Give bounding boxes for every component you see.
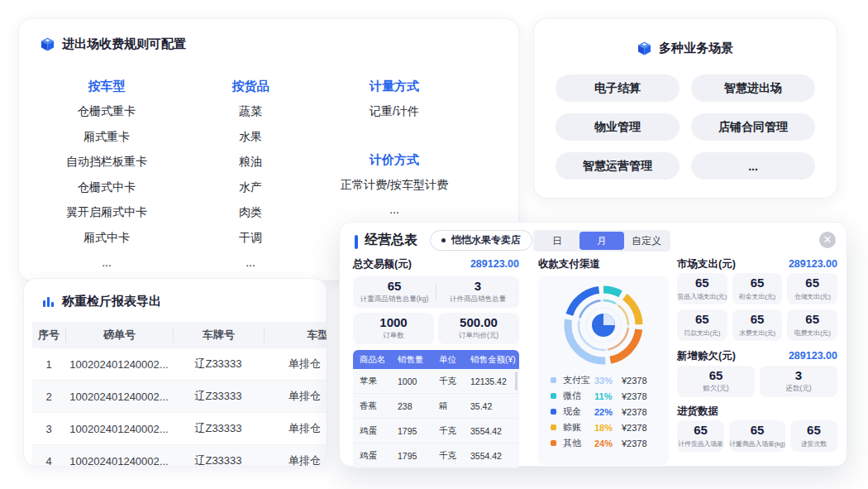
stat-label: 仓储支出(元) [794,292,831,301]
table-cell: 苹果 [353,376,391,387]
stat-card: 3计件商品销售总量 [436,280,519,305]
scenarios-title-row: 多种业务场景 [534,41,837,56]
table-cell: 1000 [391,376,432,386]
stat-label: 电费支出(元) [794,328,831,338]
legend-marker [551,377,556,383]
table-cell: 单排仓 [264,389,327,404]
table-cell: 鸡蛋 [353,450,391,462]
close-icon[interactable]: ✕ [819,232,836,248]
table-cell: 3 [32,423,65,435]
store-dot-icon [441,238,446,242]
vehicle-type-item: 翼开启厢式中卡 [19,199,194,225]
stat-card: 65仓储支出(元) [787,273,837,304]
scenarios-panel: 多种业务场景 电子结算智慧进出场物业管理店铺合同管理智慧运营管理... [533,18,837,199]
table-cell: 千克 [432,425,464,437]
scenario-button[interactable]: 电子结算 [556,74,680,102]
scenario-button[interactable]: 店铺合同管理 [691,113,815,141]
column-header: 磅单号 [65,328,173,343]
title-accent-bar [355,235,358,249]
scenario-button[interactable]: 智慧进出场 [691,74,815,102]
panel-title: 称重检斤报表导出 [62,294,161,309]
scenario-button[interactable]: 物业管理 [556,113,680,141]
stat-value: 65 [751,313,765,326]
scrollbar[interactable] [515,372,517,391]
stat-label: 订单均价(元) [459,331,498,341]
scenario-button[interactable]: 智慧运营管理 [556,152,680,180]
legend-amount: ¥2378 [622,407,647,417]
table-cell: 1795 [391,426,432,436]
donut-chart [538,276,669,368]
stat-label: 订单数 [383,331,404,341]
weighing-report-panel: 称重检斤报表导出 序号磅单号车牌号车型 1100202401240002...辽… [23,278,327,467]
stat-label: 还款(元) [785,384,811,394]
legend-marker [551,440,556,446]
business-summary-dashboard: 经营总表 恺恺水果专卖店 日 月 自定义 ✕ 总交易额(元) 289123.00… [339,222,847,467]
table-cell: 238 [391,401,432,411]
goods-item: 肉类 [194,199,307,225]
credit-cards: 65赊欠(元)3还款(元) [677,366,837,397]
stat-value: 65 [807,424,821,437]
panel-title: 进出场收费规则可配置 [62,36,186,52]
stat-value: 65 [751,276,765,290]
tab-custom[interactable]: 自定义 [624,232,669,250]
legend-item: 其他24%¥2378 [551,435,669,451]
tab-month[interactable]: 月 [579,232,624,250]
stat-card: 65租金支出(元) [732,273,783,304]
store-selector[interactable]: 恺恺水果专卖店 [430,230,532,251]
legend-name: 其他 [563,437,594,449]
table-cell: 辽Z33333 [173,453,264,467]
table-cell: 辽Z33333 [173,389,264,404]
stat-card: 65罚款支出(元) [677,309,727,341]
purchase-data-label: 进货数据 [677,405,718,419]
legend-percent: 11% [594,391,622,401]
new-credit-label: 新增赊欠(元) [677,349,736,363]
legend-amount: ¥2378 [622,376,647,386]
scenario-buttons: 电子结算智慧进出场物业管理店铺合同管理智慧运营管理... [556,74,815,180]
stat-label: 计件货品入场量 [678,439,723,448]
table-row: 香蕉238箱35.42 [353,394,519,419]
stat-value: 1000 [379,316,407,329]
legend-amount: ¥2378 [622,391,647,401]
payment-donut-svg [560,282,646,368]
goods-column: 按货品 蔬菜水果粮油水产肉类干调... [194,74,307,276]
goods-item: ... [194,250,307,276]
stat-card: 500.00订单均价(元) [438,313,519,344]
vehicle-type-item: 厢式重卡 [19,124,194,150]
table-cell: 单排仓 [264,453,327,467]
column-header: 车牌号 [173,328,264,343]
vehicle-type-item: 自动挡栏板重卡 [19,149,194,175]
stat-value: 65 [694,424,708,437]
stat-value: 3 [795,369,802,382]
table-row: 鸡蛋1795千克3554.42 [353,419,519,443]
table-cell: 香蕉 [353,400,391,412]
legend-item: 赊账18%¥2378 [551,419,669,435]
goods-item: 水产 [194,175,307,200]
stat-label: 货品入场支出(元) [678,292,727,301]
table-row: 苹果1000千克12135.42 [353,369,519,394]
tab-day[interactable]: 日 [535,232,579,250]
legend-name: 微信 [563,390,594,402]
legend-marker [551,393,556,399]
method-group-header: 计价方式 [307,147,482,172]
stat-value: 65 [388,280,402,293]
table-cell: 千克 [432,450,464,462]
total-transactions-label: 总交易额(元) [353,257,412,271]
sales-volume-card: 65计重商品销售总量(kg)3计件商品销售总量 [353,276,519,308]
stat-value: 65 [695,313,709,326]
table-cell: 鸡蛋 [353,425,391,437]
column-header: 按货品 [194,74,307,98]
column-header: 车型 [264,328,327,343]
vehicle-type-item: 仓栅式中卡 [19,175,194,200]
table-body: 苹果1000千克12135.42香蕉238箱35.42鸡蛋1795千克3554.… [353,369,519,468]
legend-name: 现金 [563,405,594,418]
stat-value: 65 [805,276,819,290]
panel-title: 多种业务场景 [659,41,733,56]
stat-label: 罚款支出(元) [684,328,720,338]
scenario-button[interactable]: ... [691,152,815,180]
legend-marker [551,424,556,430]
stat-value: 500.00 [460,316,498,329]
column-header: 商品名 [353,354,391,366]
method-item: ... [307,197,482,223]
market-expense-value: 289123.00 [789,258,837,270]
table-cell: 3554.42 [464,451,519,461]
